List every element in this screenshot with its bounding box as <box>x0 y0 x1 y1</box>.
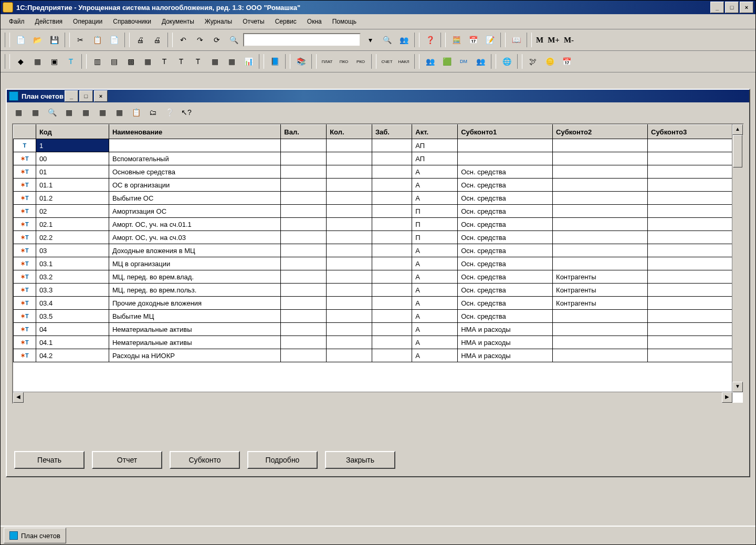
inner-minimize-button[interactable]: _ <box>65 90 78 102</box>
close-button[interactable]: × <box>740 2 753 13</box>
tool-icon[interactable]: ▣ <box>46 54 62 69</box>
vertical-scrollbar[interactable]: ▲ ▼ <box>732 124 743 392</box>
menu-documents[interactable]: Документы <box>156 16 200 27</box>
accounts-table[interactable]: Код Наименование Вал. Кол. Заб. Акт. Суб… <box>13 124 743 362</box>
redo-icon[interactable]: ↷ <box>192 32 208 48</box>
table-row[interactable]: ✶Т03.1МЦ в организацииАОсн. средства <box>14 257 743 270</box>
users-icon[interactable]: 👥 <box>422 54 438 69</box>
tool-icon[interactable]: ◆ <box>13 54 28 69</box>
table-row[interactable]: ✶Т01.1ОС в организацииАОсн. средства <box>14 179 743 192</box>
cut-icon[interactable]: ✂ <box>72 32 88 48</box>
table-row[interactable]: ✶Т04.2Расходы на НИОКРАНМА и расходы <box>14 349 743 362</box>
col-sub2[interactable]: Субконто2 <box>553 125 648 139</box>
menu-actions[interactable]: Действия <box>30 16 68 27</box>
table-row[interactable]: ✶Т02.2Аморт. ОС, уч. на сч.03ПОсн. средс… <box>14 231 743 244</box>
tool-icon[interactable]: T <box>156 54 172 69</box>
tool-icon[interactable]: T <box>173 54 189 69</box>
find-icon[interactable]: 🔍 <box>226 32 242 48</box>
add-icon[interactable]: ▦ <box>61 104 77 120</box>
horizontal-scrollbar[interactable]: ◀ ▶ <box>13 392 732 403</box>
table-row[interactable]: Т1АП <box>14 139 743 152</box>
col-sub1[interactable]: Субконто1 <box>458 125 553 139</box>
tool-icon[interactable]: ▦ <box>224 54 239 69</box>
table-row[interactable]: ✶Т03.3МЦ, перед. во врем.польз.АОсн. сре… <box>14 284 743 297</box>
help-icon[interactable]: ❓ <box>422 32 438 48</box>
inner-maximize-button[interactable]: □ <box>79 90 93 102</box>
detail-button[interactable]: Подробно <box>247 451 318 469</box>
save-icon[interactable]: 💾 <box>46 32 62 48</box>
refresh-icon[interactable]: ⟳ <box>209 32 225 48</box>
taskbar-item[interactable]: План счетов <box>4 528 66 543</box>
table-row[interactable]: ✶Т01.2Выбытие ОСАОсн. средства <box>14 192 743 205</box>
table-row[interactable]: ✶Т03.5Выбытие МЦАОсн. средства <box>14 310 743 323</box>
chart-icon[interactable]: 📊 <box>240 54 256 69</box>
rko-icon[interactable]: РКО <box>353 54 369 69</box>
tool-icon[interactable]: ▤ <box>106 54 122 69</box>
dm-icon[interactable]: DM <box>456 54 471 69</box>
plat-icon[interactable]: ПЛАТ <box>319 54 335 69</box>
inner-close-button[interactable]: × <box>94 90 108 102</box>
col-name[interactable]: Наименование <box>109 125 280 139</box>
col-val[interactable]: Вал. <box>281 125 327 139</box>
help-icon[interactable]: ❔ <box>162 104 177 120</box>
col-sub3[interactable]: Субконто3 <box>648 125 743 139</box>
menu-help[interactable]: Помощь <box>327 16 362 27</box>
subkonto-button[interactable]: Субконто <box>170 451 240 469</box>
mem-mminus[interactable]: M- <box>562 36 576 45</box>
scroll-down-icon[interactable]: ▼ <box>732 382 743 392</box>
print-icon[interactable]: 🖨 <box>132 32 148 48</box>
menu-journals[interactable]: Журналы <box>200 16 237 27</box>
print-preview-icon[interactable]: 🖨 <box>149 32 165 48</box>
new-icon[interactable]: 📄 <box>13 32 28 48</box>
dropdown-icon[interactable]: ▾ <box>362 32 378 48</box>
calendar-icon[interactable]: 📅 <box>465 32 481 48</box>
delete-icon[interactable]: ▦ <box>78 104 93 120</box>
notes-icon[interactable]: 📝 <box>482 32 498 48</box>
book-icon[interactable]: 📘 <box>267 54 282 69</box>
undo-icon[interactable]: ↶ <box>175 32 191 48</box>
tool-icon[interactable]: 📅 <box>559 54 574 69</box>
search-combo[interactable] <box>243 33 361 47</box>
mem-m[interactable]: M <box>534 36 545 45</box>
col-kol[interactable]: Кол. <box>327 125 372 139</box>
tool-icon[interactable]: ▦ <box>94 104 110 120</box>
col-akt[interactable]: Акт. <box>412 125 458 139</box>
tool-icon[interactable]: ▦ <box>111 104 127 120</box>
copy-icon[interactable]: 📋 <box>89 32 105 48</box>
scroll-thumb[interactable] <box>733 135 742 167</box>
menu-service[interactable]: Сервис <box>270 16 302 27</box>
col-zab[interactable]: Заб. <box>372 125 412 139</box>
menu-reports[interactable]: Отчеты <box>237 16 269 27</box>
tool-icon[interactable]: ▦ <box>27 104 43 120</box>
nakl-icon[interactable]: НАКЛ <box>396 54 412 69</box>
mem-mplus[interactable]: M+ <box>545 36 562 45</box>
tool-icon[interactable]: 📚 <box>293 54 309 69</box>
menu-file[interactable]: Файл <box>4 16 30 27</box>
tool-icon[interactable]: ▩ <box>123 54 139 69</box>
scroll-left-icon[interactable]: ◀ <box>13 392 24 403</box>
tree-icon[interactable]: 🗂 <box>145 104 161 120</box>
tool-icon[interactable]: 🕊 <box>525 54 541 69</box>
tool-icon[interactable]: ▦ <box>10 104 26 120</box>
col-code[interactable]: Код <box>36 125 109 139</box>
close-button[interactable]: Закрыть <box>325 451 395 469</box>
globe-icon[interactable]: 🌐 <box>499 54 514 69</box>
table-row[interactable]: ✶Т03.2МЦ, перед. во врем.влад.АОсн. сред… <box>14 270 743 284</box>
table-row[interactable]: ✶Т02Амортизация ОСПОсн. средства <box>14 205 743 218</box>
tool-icon[interactable]: Т <box>63 54 79 69</box>
tool-icon[interactable]: T <box>190 54 206 69</box>
table-row[interactable]: ✶Т00ВспомогательныйАП <box>14 152 743 165</box>
tool-icon[interactable]: ▦ <box>207 54 223 69</box>
calc-icon[interactable]: 🧮 <box>448 32 464 48</box>
pko-icon[interactable]: ПКО <box>336 54 352 69</box>
scroll-right-icon[interactable]: ▶ <box>722 392 732 403</box>
tool-icon[interactable]: ▥ <box>89 54 105 69</box>
tool-icon[interactable]: 🪙 <box>542 54 558 69</box>
report-button[interactable]: Отчет <box>92 451 162 469</box>
menu-directories[interactable]: Справочники <box>108 16 156 27</box>
table-row[interactable]: ✶Т03Доходные вложения в МЦАОсн. средства <box>14 244 743 257</box>
table-row[interactable]: ✶Т04Нематериальные активыАНМА и расходы <box>14 323 743 336</box>
menu-windows[interactable]: Окна <box>302 16 327 27</box>
find-group-icon[interactable]: 👥 <box>396 32 412 48</box>
scroll-up-icon[interactable]: ▲ <box>732 124 743 135</box>
